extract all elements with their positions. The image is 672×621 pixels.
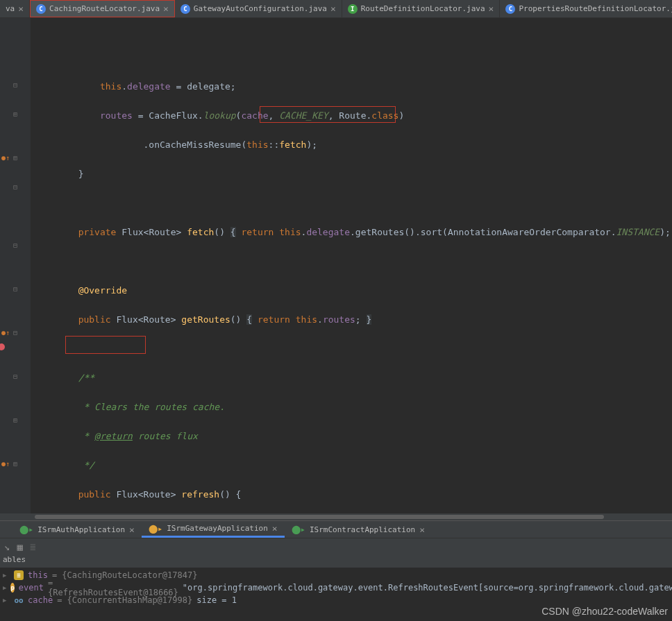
editor-tab-bar: va × C CachingRouteLocator.java × C Gate…	[0, 0, 672, 18]
calculator-icon[interactable]: ▦	[17, 541, 22, 552]
run-tab-contract[interactable]: ⬤▸ ISrmContractApplication ×	[285, 521, 432, 538]
fold-icon[interactable]: ⊟	[13, 241, 17, 249]
fold-icon[interactable]: ⊟	[13, 183, 17, 191]
tab-gateway-auto-config[interactable]: C GatewayAutoConfiguration.java ×	[175, 0, 342, 17]
gutter: ⊟ ⊞ ●↑ ⊞ ⊟ ⊟ ⊟ ●↑ ⊟ ⊟ ⊞ ●↑ ⊞	[0, 18, 31, 513]
tab-0[interactable]: va ×	[0, 0, 30, 17]
scrollbar-thumb[interactable]	[35, 515, 604, 519]
run-tab-label: ISrmGatewayApplication	[167, 524, 268, 533]
fold-icon[interactable]: ⊞	[13, 154, 17, 162]
close-icon[interactable]: ×	[419, 525, 425, 535]
variables-panel: ▶ ≡ this = {CachingRouteLocator@17847} ▶…	[0, 568, 672, 608]
fold-icon[interactable]: ⊞	[13, 416, 17, 424]
code-area[interactable]: this.delegate = delegate; routes = Cache…	[31, 18, 672, 513]
fold-icon[interactable]: ⊟	[13, 285, 17, 293]
var-kind-icon: p	[10, 583, 14, 593]
tab-caching-route-locator[interactable]: C CachingRouteLocator.java ×	[30, 0, 175, 17]
var-kind-icon: oo	[14, 595, 24, 605]
tab-properties-route-definition[interactable]: C PropertiesRouteDefinitionLocator.java …	[500, 0, 672, 17]
run-tab-label: ISrmContractApplication	[310, 525, 415, 534]
file-label: PropertiesRouteDefinitionLocator.java	[519, 4, 672, 13]
java-class-icon: C	[180, 4, 190, 14]
java-class-icon: C	[36, 4, 46, 14]
breakpoint-icon[interactable]	[0, 343, 5, 350]
variables-header: ables	[0, 555, 672, 568]
fold-icon[interactable]: ⊞	[13, 460, 17, 468]
var-kind-icon: ≡	[14, 570, 24, 580]
fold-icon[interactable]: ⊞	[13, 110, 17, 118]
close-icon[interactable]: ×	[489, 3, 494, 14]
close-icon[interactable]: ×	[163, 3, 169, 14]
close-icon[interactable]: ×	[18, 3, 24, 14]
close-icon[interactable]: ×	[330, 3, 336, 14]
run-icon: ⬤▸	[292, 525, 305, 534]
file-label: CachingRouteLocator.java	[49, 4, 160, 13]
fold-icon[interactable]: ⊟	[13, 373, 17, 380]
expand-icon[interactable]: ▶	[3, 584, 6, 591]
close-icon[interactable]: ×	[129, 525, 135, 535]
var-row-cache[interactable]: ▶ oo cache = {ConcurrentHashMap@17998} s…	[3, 594, 669, 606]
close-icon[interactable]: ×	[272, 523, 278, 534]
debug-toolbar: ↘ ▦ ≣	[0, 538, 672, 555]
java-interface-icon: I	[348, 4, 358, 14]
expand-icon[interactable]: ▶	[3, 597, 10, 604]
run-tab-label: ISrmAuthApplication	[37, 525, 125, 534]
file-label: va	[6, 4, 15, 13]
expand-icon[interactable]: ▶	[3, 572, 10, 579]
debug-icon: ⬤▸	[149, 524, 162, 534]
tab-route-definition-locator[interactable]: I RouteDefinitionLocator.java ×	[342, 0, 501, 17]
file-label: GatewayAutoConfiguration.java	[194, 4, 327, 13]
run-tab-gateway[interactable]: ⬤▸ ISrmGatewayApplication ×	[142, 521, 285, 538]
step-icon[interactable]: ↘	[4, 541, 10, 552]
more-icon[interactable]: ≣	[30, 541, 35, 552]
run-tab-bar: ⬤▸ ISrmAuthApplication × ⬤▸ ISrmGatewayA…	[0, 520, 672, 538]
fold-icon[interactable]: ⊟	[13, 81, 17, 89]
fold-icon[interactable]: ⊟	[13, 329, 17, 337]
horizontal-scrollbar[interactable]	[0, 513, 672, 520]
java-class-icon: C	[505, 4, 515, 14]
run-tab-auth[interactable]: ⬤▸ ISrmAuthApplication ×	[12, 521, 142, 538]
code-editor[interactable]: ⊟ ⊞ ●↑ ⊞ ⊟ ⊟ ⊟ ●↑ ⊟ ⊟ ⊞ ●↑ ⊞ this.delega…	[0, 18, 672, 513]
run-icon: ⬤▸	[19, 525, 33, 534]
var-row-event[interactable]: ▶ p event = {RefreshRoutesEvent@18666} "…	[3, 581, 669, 594]
file-label: RouteDefinitionLocator.java	[361, 4, 485, 13]
